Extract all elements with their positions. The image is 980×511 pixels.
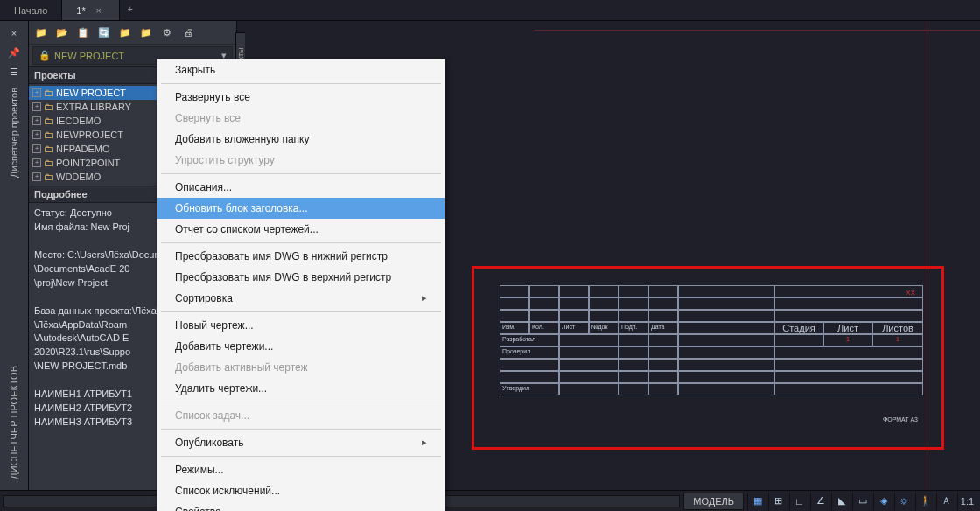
tb-refresh-icon[interactable]: 🔄: [96, 24, 112, 40]
project-selector-label: NEW PROJECT: [54, 51, 124, 61]
ctx-item-17: Добавить активный чертеж: [158, 357, 444, 378]
ctx-item-18[interactable]: Удалить чертежи...: [158, 378, 444, 399]
panel-toolbar: 📁 📂 📋 🔄 📁 📁 ⚙ 🖨: [29, 21, 236, 45]
plus-icon: +: [128, 4, 133, 14]
tb-col-listov: Листов: [872, 322, 923, 334]
tree-item-label: IECDEMO: [56, 116, 101, 126]
tb-role-dev: Разработал: [500, 334, 559, 346]
tb-lbl-podp: Подп.: [619, 322, 648, 334]
tb-lbl-list: Лист: [559, 322, 589, 334]
status-bar: МОДЕЛЬ ▦ ⊞ ∟ ∠ ◣ ▭ ◈ ⛭ 🚶 Ａ 1:1: [0, 490, 980, 511]
pin-icon[interactable]: 📌: [7, 46, 21, 60]
tab-add[interactable]: +: [120, 0, 141, 20]
ctx-item-25[interactable]: Список исключений...: [158, 480, 444, 501]
expand-icon[interactable]: +: [32, 116, 41, 125]
tb-folder-up-icon[interactable]: 📁: [117, 24, 133, 40]
menu-icon[interactable]: ☰: [7, 65, 21, 79]
ctx-item-8[interactable]: Обновить блок заголовка...: [158, 198, 444, 219]
tb-lbl-data: Дата: [648, 322, 678, 334]
tab-active-label: 1*: [76, 5, 85, 16]
tree-item-label: NFPADEMO: [56, 144, 110, 154]
ctx-item-4[interactable]: Добавить вложенную папку: [158, 129, 444, 150]
ctx-item-2[interactable]: Развернуть все: [158, 87, 444, 108]
tb-format: ФОРМАТ А3: [883, 416, 918, 423]
tb-print-icon[interactable]: 🖨: [180, 24, 196, 40]
ctx-sep: [161, 312, 441, 312]
guide-h: [535, 30, 980, 31]
close-icon[interactable]: ×: [93, 5, 105, 16]
sb-draft-icon[interactable]: ◣: [831, 493, 850, 510]
context-menu: ЗакрытьРазвернуть всеСвернуть всеДобавит…: [157, 59, 445, 511]
tb-val-listov: 1: [872, 334, 923, 346]
expand-icon[interactable]: +: [32, 158, 41, 167]
model-button[interactable]: МОДЕЛЬ: [683, 493, 744, 510]
folder-icon: 🗀: [44, 102, 53, 112]
ctx-sep: [161, 429, 441, 430]
tab-active[interactable]: 1* ×: [62, 0, 119, 20]
tab-start[interactable]: Начало: [0, 0, 62, 20]
ctx-item-22[interactable]: Опубликовать▸: [158, 432, 444, 453]
expand-icon[interactable]: +: [32, 102, 41, 111]
tb-settings-icon[interactable]: ⚙: [159, 24, 175, 40]
ctx-sep: [161, 173, 441, 174]
tb-folder-icon[interactable]: 📁: [138, 24, 154, 40]
ctx-sep: [161, 456, 441, 457]
tb-note: ХХ: [906, 289, 922, 297]
folder-icon: 🗀: [44, 144, 53, 154]
expand-icon[interactable]: +: [32, 130, 41, 139]
close-panel-icon[interactable]: ×: [7, 26, 21, 40]
sb-person-icon[interactable]: ⛭: [894, 493, 914, 510]
ctx-item-5: Упростить структуру: [158, 150, 444, 171]
sb-2d-icon[interactable]: ▭: [852, 493, 872, 510]
ctx-sep: [161, 242, 441, 243]
sb-anno-icon[interactable]: Ａ: [936, 493, 956, 510]
expand-icon[interactable]: +: [32, 144, 41, 153]
folder-icon: 🗀: [44, 172, 53, 182]
app-rail: × 📌 ☰ Диспетчер проектов ДИСПЕТЧЕР ПРОЕК…: [0, 21, 29, 511]
ctx-item-15[interactable]: Новый чертеж...: [158, 315, 444, 336]
ctx-item-24[interactable]: Режимы...: [158, 459, 444, 480]
ctx-item-13[interactable]: Сортировка▸: [158, 288, 444, 309]
tb-list-icon[interactable]: 📋: [75, 24, 91, 40]
tb-open-icon[interactable]: 📂: [54, 24, 70, 40]
tb-new-icon[interactable]: 📁: [33, 24, 49, 40]
tree-item-label: NEWPROJECT: [56, 130, 123, 140]
ctx-item-26[interactable]: Свойства...: [158, 501, 444, 511]
ctx-item-12[interactable]: Преобразовать имя DWG в верхний регистр: [158, 267, 444, 288]
ctx-item-16[interactable]: Добавить чертежи...: [158, 336, 444, 357]
tb-val-list: 1: [823, 334, 872, 346]
tab-start-label: Начало: [14, 5, 47, 16]
ctx-item-3: Свернуть все: [158, 108, 444, 129]
tb-lbl-kol: Кол.: [529, 322, 559, 334]
sb-grid-icon[interactable]: ▦: [747, 493, 766, 510]
rail-label-1: Диспетчер проектов: [9, 84, 19, 181]
ctx-sep: [161, 402, 441, 402]
sb-walk-icon[interactable]: 🚶: [915, 493, 934, 510]
sb-scale[interactable]: 1:1: [957, 493, 976, 510]
sb-osnap-icon[interactable]: ◈: [873, 493, 892, 510]
folder-icon: 🗀: [44, 88, 53, 98]
tree-item-label: WDDEMO: [56, 172, 101, 182]
tb-role-check: Проверил: [500, 346, 559, 359]
tb-col-stadia: Стадия: [774, 322, 823, 334]
chevron-right-icon: ▸: [422, 292, 427, 304]
chevron-right-icon: ▸: [422, 437, 427, 448]
folder-icon: 🗀: [44, 116, 53, 126]
ctx-item-0[interactable]: Закрыть: [158, 60, 444, 80]
ctx-item-7[interactable]: Описания...: [158, 177, 444, 198]
rail-label-2: ДИСПЕТЧЕР ПРОЕКТОВ: [9, 366, 19, 480]
expand-icon[interactable]: +: [32, 172, 41, 181]
ctx-item-20: Список задач...: [158, 405, 444, 426]
title-block: ХХ Изм. Кол. Лист №док Подп. Дата Стадия…: [500, 285, 928, 425]
folder-icon: 🗀: [44, 158, 53, 168]
ctx-item-11[interactable]: Преобразовать имя DWG в нижний регистр: [158, 246, 444, 267]
ctx-sep: [161, 83, 441, 84]
ctx-item-9[interactable]: Отчет со списком чертежей...: [158, 219, 444, 240]
tb-lbl-doc: №док: [589, 322, 619, 334]
tree-item-label: NEW PROJECT: [56, 88, 126, 98]
sb-angle-icon[interactable]: ∠: [810, 493, 830, 510]
sb-snap-icon[interactable]: ⊞: [768, 493, 788, 510]
expand-icon[interactable]: +: [32, 88, 41, 97]
sb-ortho-icon[interactable]: ∟: [789, 493, 808, 510]
tb-col-list: Лист: [823, 322, 872, 334]
